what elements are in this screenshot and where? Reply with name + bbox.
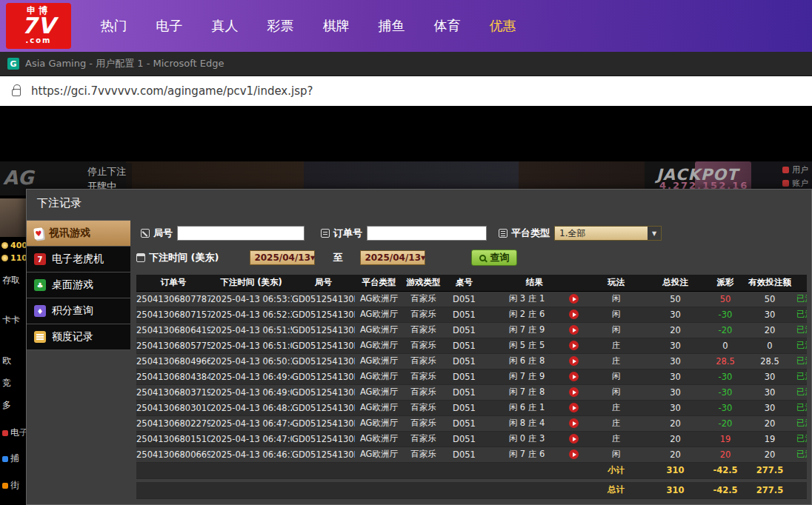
sidebar-item-2[interactable]: 7电子老虎机 <box>27 247 130 272</box>
replay-icon[interactable] <box>569 356 579 366</box>
sum-pad <box>136 482 585 498</box>
nav-item-5[interactable]: 棋牌 <box>308 17 364 35</box>
column-header: 总投注 <box>648 275 703 291</box>
nav-item-8[interactable]: 优惠 <box>475 17 530 35</box>
replay-icon[interactable] <box>569 372 579 381</box>
cell-order: 250413068071577 <box>136 307 210 322</box>
table-row: 2504130680438472025-04-13 06:49:44GD0512… <box>136 369 807 384</box>
result-text: 闲 7 庄 9 <box>485 371 569 382</box>
chevron-down-icon: ▼ <box>310 255 315 261</box>
replay-icon[interactable] <box>569 294 579 304</box>
cell-result: 闲 6 庄 1 <box>485 400 585 415</box>
nav-item-1[interactable]: 热门 <box>86 17 142 35</box>
replay-icon[interactable] <box>569 387 579 397</box>
cell-round: GD051254130PK <box>292 338 355 353</box>
column-header: 桌号 <box>444 275 485 291</box>
url-text[interactable]: https://gci.7vvvvvv.com/agingame/pcv1/in… <box>31 84 313 98</box>
nav-item-6[interactable]: 捕鱼 <box>364 17 419 35</box>
cell-total: 30 <box>648 338 703 353</box>
cell-payout: 20 <box>703 447 748 462</box>
cell-platform: AG欧洲厅 <box>355 400 403 415</box>
cell-result: 闲 8 庄 4 <box>485 415 585 431</box>
avatar <box>0 198 26 237</box>
sidebar-item-3[interactable]: ♣桌面游戏 <box>27 272 130 298</box>
cell-valid: 30 <box>748 307 792 322</box>
cell-platform: AG欧洲厅 <box>355 369 403 384</box>
left-strip-label: 多 <box>2 399 11 412</box>
order-label-text: 订单号 <box>333 227 362 240</box>
sidebar-item-4[interactable]: ♦积分查询 <box>27 298 130 324</box>
left-strip-item: 街 <box>2 479 27 492</box>
chevron-down-icon: ▼ <box>648 227 661 240</box>
cell-time: 2025-04-13 06:50:19 <box>210 353 292 369</box>
sidebar-item-5[interactable]: 额度记录 <box>27 324 130 350</box>
round-input[interactable] <box>177 226 304 241</box>
cell-result: 闲 6 庄 8 <box>485 353 585 369</box>
cell-result: 闲 7 庄 6 <box>485 447 585 462</box>
nav-item-2[interactable]: 电子 <box>142 17 197 35</box>
calendar-icon <box>136 253 145 262</box>
search-button[interactable]: 查询 <box>471 250 517 266</box>
table-header-row: 订单号下注时间 (美东)局号平台类型游戏类型桌号结果玩法总投注派彩有效投注额状态 <box>136 275 807 291</box>
records-table: 订单号下注时间 (美东)局号平台类型游戏类型桌号结果玩法总投注派彩有效投注额状态… <box>136 275 807 499</box>
replay-icon[interactable] <box>569 434 579 444</box>
site-logo[interactable]: 申博 7V .com <box>6 3 71 49</box>
account-icon <box>782 180 789 187</box>
cell-status: 已派彩 <box>792 384 807 400</box>
result-wrap: 闲 6 庄 8 <box>485 355 585 367</box>
cell-order: 250413068015102 <box>136 431 210 447</box>
cell-game: 百家乐 <box>403 353 444 369</box>
date-from-select[interactable]: 2025/04/13 ▼ <box>250 250 315 265</box>
cell-round: GD051254130PD <box>292 447 355 462</box>
chevron-down-icon: ▼ <box>421 255 425 261</box>
lock-icon <box>12 89 21 96</box>
left-strip-label: 竞 <box>2 377 11 389</box>
replay-icon[interactable] <box>569 403 579 412</box>
cell-play: 庄 <box>585 338 648 353</box>
cell-valid: 30 <box>748 400 792 415</box>
result-text: 闲 7 庄 9 <box>485 324 569 335</box>
date-to-select[interactable]: 2025/04/13 ▼ <box>360 250 425 265</box>
order-label: 订单号 <box>321 227 362 240</box>
sidebar-item-1[interactable]: ♥视讯游戏 <box>27 221 130 247</box>
result-text: 闲 6 庄 8 <box>485 355 569 367</box>
cell-order: 250413068043847 <box>136 369 210 384</box>
cell-status: 已派彩 <box>792 338 807 353</box>
cell-result: 闲 7 庄 9 <box>485 369 585 384</box>
cell-table: D051 <box>444 415 485 431</box>
account-menu-label: 账户 <box>792 178 808 189</box>
cell-round: GD051254130PH <box>292 384 355 400</box>
sum-valid: 277.5 <box>748 462 792 478</box>
replay-icon[interactable] <box>569 449 579 459</box>
replay-icon[interactable] <box>569 325 579 335</box>
cell-game: 百家乐 <box>403 447 444 462</box>
menu-bullet-icon <box>2 483 8 489</box>
cell-valid: 20 <box>748 447 792 462</box>
replay-icon[interactable] <box>569 418 579 428</box>
cell-table: D051 <box>444 431 485 447</box>
table-row: 2504130680066992025-04-13 06:46:19GD0512… <box>136 447 807 462</box>
date-to-value: 2025/04/13 <box>365 252 421 263</box>
round-label: 局号 <box>141 227 173 240</box>
cell-order: 250413068022792 <box>136 415 210 431</box>
result-wrap: 闲 0 庄 3 <box>485 433 585 444</box>
stop-bet-text: 停止下注 <box>87 164 126 179</box>
search-icon <box>479 255 486 261</box>
nav-item-4[interactable]: 彩票 <box>253 17 308 35</box>
sidebar-item-label: 电子老虎机 <box>52 252 104 266</box>
address-bar[interactable]: https://gci.7vvvvvv.com/agingame/pcv1/in… <box>0 76 812 106</box>
platform-icon <box>499 229 508 238</box>
replay-icon[interactable] <box>569 310 579 319</box>
cell-valid: 20 <box>748 415 792 431</box>
cell-payout: 0 <box>703 338 748 353</box>
nav-item-7[interactable]: 体育 <box>419 17 475 35</box>
order-input[interactable] <box>367 226 487 241</box>
cell-play: 闲 <box>585 447 648 462</box>
replay-icon[interactable] <box>569 341 579 350</box>
cell-total: 30 <box>648 384 703 400</box>
platform-select[interactable]: 1.全部 ▼ <box>554 226 662 241</box>
cell-result: 闲 3 庄 1 <box>485 291 585 307</box>
filter-row-2: 下注时间 (美东) 2025/04/13 ▼ 至 2025/04/13 ▼ <box>136 249 811 267</box>
cell-total: 30 <box>648 369 703 384</box>
nav-item-3[interactable]: 真人 <box>197 17 253 35</box>
